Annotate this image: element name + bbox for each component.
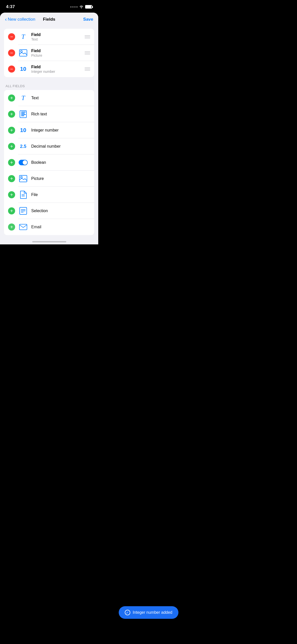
all-field-name: Decimal number <box>31 144 90 149</box>
field-info: Field Picture <box>31 49 81 57</box>
nav-bar: ‹ New collection Fields Save <box>0 13 98 25</box>
email-icon <box>19 222 28 232</box>
add-field-button[interactable] <box>8 143 15 150</box>
status-bar: 4:37 <box>0 0 98 13</box>
svg-point-3 <box>21 176 22 178</box>
remove-field-button[interactable] <box>8 49 15 56</box>
all-field-row-file[interactable]: File <box>4 187 94 203</box>
integer-icon: 10 <box>19 126 28 135</box>
boolean-icon <box>19 158 28 167</box>
decimal-icon: 2.5 <box>19 142 28 151</box>
back-button[interactable]: ‹ New collection <box>5 17 35 22</box>
add-field-button[interactable] <box>8 94 15 102</box>
svg-point-1 <box>21 51 22 52</box>
wifi-icon <box>79 5 84 9</box>
signal-icon <box>70 6 78 8</box>
drag-handle[interactable] <box>85 35 90 38</box>
field-info: Field Integer number <box>31 65 81 74</box>
all-field-row-picture[interactable]: Picture <box>4 171 94 187</box>
drag-handle[interactable] <box>85 68 90 71</box>
remove-field-button[interactable] <box>8 66 15 73</box>
app-container: ‹ New collection Fields Save T Field Tex… <box>0 13 98 244</box>
page-title: Fields <box>43 17 55 22</box>
field-type: Text <box>31 37 81 41</box>
add-field-button[interactable] <box>8 207 15 214</box>
field-name: Field <box>31 49 81 53</box>
added-fields-card: T Field Text <box>4 29 94 77</box>
drag-handle[interactable] <box>85 51 90 54</box>
all-field-name: Boolean <box>31 160 90 165</box>
svg-rect-2 <box>19 175 27 182</box>
svg-rect-0 <box>19 50 27 56</box>
all-field-row-email[interactable]: Email <box>4 219 94 235</box>
file-icon <box>19 190 28 199</box>
add-field-button[interactable] <box>8 111 15 118</box>
field-type: Integer number <box>31 70 81 74</box>
text-icon: T <box>19 93 28 103</box>
all-fields-card: T Text Rich text <box>4 90 94 235</box>
richtext-icon <box>19 110 28 119</box>
section-label: ALL FIELDS <box>4 84 94 88</box>
all-field-name: Text <box>31 96 90 100</box>
all-field-row-text[interactable]: T Text <box>4 90 94 106</box>
svg-rect-10 <box>19 224 27 230</box>
picture-icon <box>19 49 27 56</box>
all-field-name: Rich text <box>31 112 90 116</box>
all-field-name: Selection <box>31 209 90 213</box>
all-field-row-selection[interactable]: Selection <box>4 203 94 219</box>
all-field-row-richtext[interactable]: Rich text <box>4 106 94 122</box>
content-area: T Field Text <box>0 25 98 239</box>
added-field-row: T Field Text <box>4 29 94 45</box>
all-field-name: Email <box>31 225 90 229</box>
all-field-row-decimal[interactable]: 2.5 Decimal number <box>4 138 94 154</box>
picture-icon <box>19 174 28 183</box>
status-icons <box>70 5 92 9</box>
add-field-button[interactable] <box>8 175 15 182</box>
add-field-button[interactable] <box>8 191 15 198</box>
battery-icon <box>85 5 92 9</box>
added-field-row: Field Picture <box>4 45 94 61</box>
rich-text-icon <box>20 110 27 118</box>
all-field-name: File <box>31 192 90 197</box>
integer-type-icon: 10 <box>19 65 28 74</box>
remove-field-button[interactable] <box>8 33 15 40</box>
status-time: 4:37 <box>6 4 15 9</box>
home-indicator <box>32 241 66 242</box>
back-chevron-icon: ‹ <box>5 16 7 22</box>
all-field-row-boolean[interactable]: Boolean <box>4 154 94 171</box>
add-field-button[interactable] <box>8 223 15 231</box>
save-button[interactable]: Save <box>83 17 93 22</box>
added-field-row: 10 Field Integer number <box>4 61 94 77</box>
field-type: Picture <box>31 53 81 57</box>
add-field-button[interactable] <box>8 127 15 134</box>
selection-icon <box>19 206 28 215</box>
add-field-button[interactable] <box>8 159 15 166</box>
picture-type-icon <box>19 48 28 57</box>
field-info: Field Text <box>31 33 81 41</box>
all-field-name: Integer number <box>31 128 90 133</box>
all-field-row-integer[interactable]: 10 Integer number <box>4 122 94 138</box>
back-label: New collection <box>8 17 36 22</box>
text-type-icon: T <box>19 32 28 41</box>
field-name: Field <box>31 65 81 69</box>
field-name: Field <box>31 33 81 37</box>
all-field-name: Picture <box>31 176 90 181</box>
